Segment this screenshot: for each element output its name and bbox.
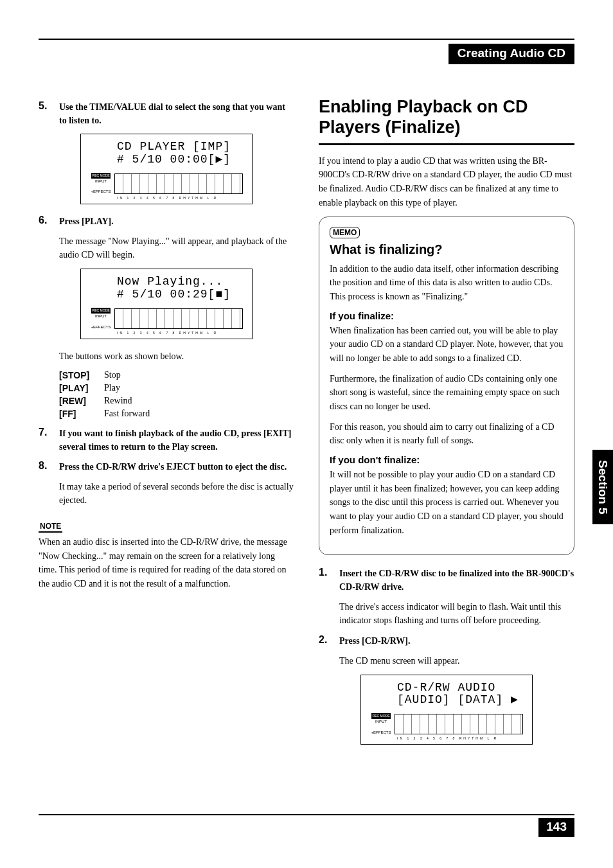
step-number: 7. bbox=[39, 427, 59, 454]
step-number: 1. bbox=[319, 567, 339, 594]
lcd-line: CD-R/RW AUDIO bbox=[397, 682, 526, 695]
button-label: [STOP] bbox=[59, 370, 104, 380]
lcd-meter bbox=[114, 308, 243, 329]
lcd-side-labels: REC MODE INPUT +EFFECTS bbox=[87, 308, 114, 330]
lcd-line: Now Playing... bbox=[117, 276, 245, 288]
lcd-meter bbox=[395, 714, 523, 734]
step-7: 7. If you want to finish playback of the… bbox=[39, 427, 294, 454]
step-number: 8. bbox=[39, 460, 59, 474]
step-text: Press [PLAY]. bbox=[59, 215, 114, 228]
lcd-scale: IN 1 2 3 4 5 6 7 8 RHYTHM L R bbox=[117, 331, 245, 335]
lcd-side-labels: REC MODE INPUT +EFFECTS bbox=[87, 173, 114, 195]
step-body: The message "Now Playing..." will appear… bbox=[59, 235, 294, 262]
header-rule-top bbox=[39, 39, 574, 40]
lcd-scale: IN 1 2 3 4 5 6 7 8 RHYTHM L R bbox=[117, 196, 245, 200]
lcd-meter bbox=[114, 173, 243, 194]
button-desc: Stop bbox=[104, 370, 121, 380]
button-label: [PLAY] bbox=[59, 383, 104, 393]
side-tab: Section 5 bbox=[592, 450, 613, 524]
button-row: [PLAY] Play bbox=[59, 383, 294, 393]
step-text: Use the TIME/VALUE dial to select the so… bbox=[59, 100, 294, 127]
step-body: The drive's access indicator will begin … bbox=[339, 600, 574, 628]
footer: 143 bbox=[39, 814, 574, 837]
right-column: Enabling Playback on CD Players (Finaliz… bbox=[319, 96, 574, 755]
step-text: Press the CD-R/RW drive's EJECT button t… bbox=[59, 460, 287, 474]
memo-text: When finalization has been carried out, … bbox=[330, 324, 564, 366]
step-body: The CD menu screen will appear. bbox=[339, 654, 574, 668]
memo-text: For this reason, you should aim to carry… bbox=[330, 420, 564, 448]
intro-text: If you intend to play a audio CD that wa… bbox=[319, 154, 574, 210]
memo-text: It will not be possible to play your aud… bbox=[330, 468, 564, 537]
page-number: 143 bbox=[538, 818, 574, 837]
step-number: 6. bbox=[39, 215, 59, 228]
step-2: 2. Press [CD-R/RW]. bbox=[319, 634, 574, 648]
button-label: [FF] bbox=[59, 409, 104, 419]
memo-box: MEMO What is finalizing? In addition to … bbox=[319, 217, 574, 555]
step-text: If you want to finish playback of the au… bbox=[59, 427, 294, 454]
memo-text: Furthermore, the finalization of audio C… bbox=[330, 372, 564, 414]
button-row: [REW] Rewind bbox=[59, 396, 294, 406]
memo-heading: What is finalizing? bbox=[330, 242, 564, 257]
note-body: When an audio disc is inserted into the … bbox=[39, 535, 294, 591]
note-icon: NOTE bbox=[39, 522, 62, 533]
memo-icon: MEMO bbox=[330, 227, 360, 238]
left-column: 5. Use the TIME/VALUE dial to select the… bbox=[39, 96, 294, 755]
button-desc: Rewind bbox=[104, 396, 132, 406]
step-6: 6. Press [PLAY]. bbox=[39, 215, 294, 228]
lcd-side-labels: REC MODE INPUT +EFFECTS bbox=[368, 713, 395, 735]
step-text: Press [CD-R/RW]. bbox=[339, 634, 410, 648]
section-heading: Enabling Playback on CD Players (Finaliz… bbox=[319, 96, 574, 138]
lcd-scale: IN 1 2 3 4 5 6 7 8 RHYTHM L R bbox=[397, 736, 526, 740]
lcd-line: CD PLAYER [IMP] bbox=[117, 141, 245, 154]
step-number: 5. bbox=[39, 100, 59, 127]
lcd-display-2: Now Playing... # 5/10 00:29[■] REC MODE … bbox=[80, 269, 253, 339]
memo-subheading: If you don't finalize: bbox=[330, 454, 564, 465]
memo-subheading: If you finalize: bbox=[330, 310, 564, 321]
step-number: 2. bbox=[319, 634, 339, 648]
step-1: 1. Insert the CD-R/RW disc to be finaliz… bbox=[319, 567, 574, 594]
step-body: It may take a period of several seconds … bbox=[59, 480, 294, 508]
button-label: [REW] bbox=[59, 396, 104, 406]
button-desc: Play bbox=[104, 383, 120, 393]
lcd-display-1: CD PLAYER [IMP] # 5/10 00:00[▶] REC MODE… bbox=[80, 134, 253, 204]
memo-text: In addition to the audio data itself, ot… bbox=[330, 262, 564, 304]
heading-rule bbox=[319, 143, 574, 145]
header-title: Creating Audio CD bbox=[449, 44, 574, 64]
body-text: The buttons work as shown below. bbox=[59, 350, 294, 364]
lcd-line: [AUDIO] [DATA] ▶ bbox=[397, 694, 526, 707]
lcd-display-3: CD-R/RW AUDIO [AUDIO] [DATA] ▶ REC MODE … bbox=[360, 675, 533, 745]
button-row: [FF] Fast forward bbox=[59, 409, 294, 419]
button-row: [STOP] Stop bbox=[59, 370, 294, 380]
button-desc: Fast forward bbox=[104, 409, 150, 419]
step-8: 8. Press the CD-R/RW drive's EJECT butto… bbox=[39, 460, 294, 474]
lcd-line: # 5/10 00:00[▶] bbox=[117, 154, 245, 166]
step-text: Insert the CD-R/RW disc to be finalized … bbox=[339, 567, 574, 594]
lcd-line: # 5/10 00:29[■] bbox=[117, 288, 245, 301]
step-5: 5. Use the TIME/VALUE dial to select the… bbox=[39, 100, 294, 127]
